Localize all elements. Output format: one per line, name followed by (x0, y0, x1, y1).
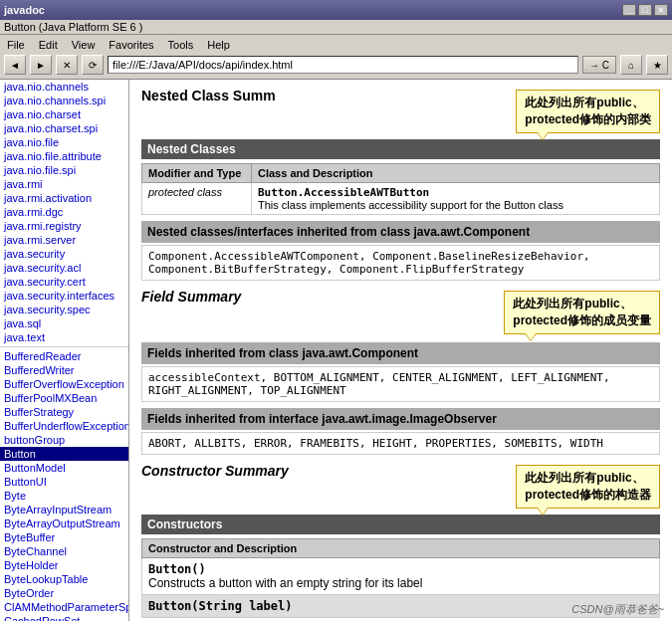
sidebar-item-security-cert[interactable]: java.security.cert (0, 275, 128, 289)
minimize-button[interactable]: _ (622, 4, 636, 16)
sidebar-divider (0, 346, 128, 347)
callout-nested: 此处列出所有public、 protected修饰的内部类 (516, 90, 660, 133)
sidebar-item-bufferoverflow[interactable]: BufferOverflowException (0, 377, 128, 391)
back-button[interactable]: ◄ (4, 55, 26, 75)
close-button[interactable]: × (654, 4, 668, 16)
sidebar-item-bufferunderflow[interactable]: BufferUnderflowException (0, 419, 128, 433)
sidebar-item-security-acl[interactable]: java.security.acl (0, 261, 128, 275)
constructor-row-1-name: Button() (148, 562, 653, 576)
bookmark-button[interactable]: ★ (646, 55, 668, 75)
sidebar-item-bufferstrategy[interactable]: BufferStrategy (0, 405, 128, 419)
sidebar-item-nio-charset-spi[interactable]: java.nio.charset.spi (0, 121, 128, 135)
callout-constructor-line1: 此处列出所有public、 (525, 470, 651, 487)
constructor-row-1: Button() Constructs a button with an emp… (141, 558, 660, 595)
stop-button[interactable]: ✕ (56, 55, 78, 75)
sidebar-item-bufferpoolmx[interactable]: BufferPoolMXBean (0, 391, 128, 405)
sidebar-item-byteorder[interactable]: ByteOrder (0, 586, 128, 600)
sidebar-item-security-if[interactable]: java.security.interfaces (0, 289, 128, 303)
callout-constructor-line2: protected修饰的构造器 (525, 487, 651, 504)
inherited-nested-title: Nested classes/interfaces inherited from… (141, 221, 660, 243)
constructor-summary-section: Constructor Summary 此处列出所有public、 protec… (141, 463, 660, 618)
content-area: Nested Class Summ 此处列出所有public、 protecte… (129, 80, 672, 621)
nested-row-1: protected class Button.AccessibleAWTButt… (141, 183, 660, 215)
sidebar-item-buttonui[interactable]: ButtonUI (0, 475, 128, 489)
field-summary-section: Field Summary 此处列出所有public、 protected修饰的… (141, 289, 660, 455)
sidebar-item-security-spec[interactable]: java.security.spec (0, 303, 128, 316)
sidebar-item-nio-file-attr[interactable]: java.nio.file.attribute (0, 149, 128, 163)
constructor-row-1-desc: Constructs a button with an empty string… (148, 576, 653, 590)
window-titlebar: javadoc _ □ × (0, 0, 672, 20)
callout-nested-line2: protected修饰的内部类 (525, 111, 651, 128)
fields-inherited2-title: Fields inherited from interface java.awt… (141, 408, 660, 430)
inherited-nested-content: Component.AccessibleAWTComponent, Compon… (141, 245, 660, 281)
sidebar-item-bufferedwriter[interactable]: BufferedWriter (0, 363, 128, 377)
nested-class-section: Nested Class Summ 此处列出所有public、 protecte… (141, 88, 660, 281)
callout-field-line1: 此处列出所有public、 (513, 296, 651, 312)
constructor-col-header: Constructor and Description (142, 539, 659, 557)
menu-view[interactable]: View (69, 38, 99, 52)
maximize-button[interactable]: □ (638, 4, 652, 16)
sidebar-item-button[interactable]: Button (0, 447, 128, 461)
menu-tools[interactable]: Tools (165, 38, 197, 52)
browser-subtitle: Button (Java Platform SE 6 ) (4, 21, 142, 33)
sidebar-item-rmi-registry[interactable]: java.rmi.registry (0, 219, 128, 233)
watermark: CSDN@雨恭爸爸~ (571, 602, 664, 617)
sidebar-item-rmi[interactable]: java.rmi (0, 177, 128, 191)
sidebar-item-bytearrayis[interactable]: ByteArrayInputStream (0, 503, 128, 517)
go-button[interactable]: → C (582, 56, 616, 74)
col-class-header: Class and Description (252, 164, 659, 182)
sidebar-item-rmi-server[interactable]: java.rmi.server (0, 233, 128, 247)
callout-nested-line1: 此处列出所有public、 (525, 95, 651, 111)
nested-table-header: Modifier and Type Class and Description (141, 163, 660, 183)
sidebar-item-bufferedreader[interactable]: BufferedReader (0, 349, 128, 363)
sidebar-item-bytearrayos[interactable]: ByteArrayOutputStream (0, 517, 128, 530)
field-summary-title: Field Summary (141, 289, 241, 305)
sidebar-item-nio-channels-spi[interactable]: java.nio.channels.spi (0, 94, 128, 107)
sidebar-item-byteholder[interactable]: ByteHolder (0, 558, 128, 572)
sidebar-item-clam[interactable]: ClAMMethodParameterSp... (0, 600, 128, 614)
sidebar-item-sql[interactable]: java.sql (0, 316, 128, 330)
callout-field-line2: protected修饰的成员变量 (513, 312, 651, 329)
fields-inherited-content: accessibleContext, BOTTOM_ALIGNMENT, CEN… (141, 366, 660, 402)
menu-help[interactable]: Help (204, 38, 233, 52)
sidebar-item-text[interactable]: java.text (0, 330, 128, 344)
nested-row-1-detail: This class implements accessibility supp… (258, 199, 653, 211)
refresh-button[interactable]: ⟳ (82, 55, 104, 75)
sidebar-item-nio-charset[interactable]: java.nio.charset (0, 107, 128, 121)
address-bar[interactable] (108, 56, 578, 74)
sidebar-item-buttongroup[interactable]: buttonGroup (0, 433, 128, 447)
constructor-table-header: Constructor and Description (141, 538, 660, 558)
menu-favorites[interactable]: Favorites (106, 38, 156, 52)
constructors-header: Constructors (141, 515, 660, 534)
col-modifier-header: Modifier and Type (142, 164, 252, 182)
nested-class-title: Nested Class Summ (141, 88, 276, 104)
sidebar-item-bytelookup[interactable]: ByteLookupTable (0, 572, 128, 586)
sidebar-item-byte[interactable]: Byte (0, 489, 128, 503)
sidebar: java.nio.channels java.nio.channels.spi … (0, 80, 129, 621)
sidebar-item-bytebuffer[interactable]: ByteBuffer (0, 530, 128, 544)
nested-row-1-modifier: protected class (142, 183, 252, 214)
window-controls: _ □ × (622, 4, 668, 16)
callout-constructor: 此处列出所有public、 protected修饰的构造器 (516, 465, 660, 509)
sidebar-item-rmi-activation[interactable]: java.rmi.activation (0, 191, 128, 205)
browser-subtitle-bar: Button (Java Platform SE 6 ) (0, 20, 672, 35)
menu-edit[interactable]: Edit (36, 38, 61, 52)
sidebar-item-bytechannel[interactable]: ByteChannel (0, 544, 128, 558)
sidebar-item-buttonmodel[interactable]: ButtonModel (0, 461, 128, 475)
menu-file[interactable]: File (4, 38, 28, 52)
home-button[interactable]: ⌂ (620, 55, 642, 75)
nested-row-1-classname: Button.AccessibleAWTButton (258, 186, 653, 199)
constructor-summary-title: Constructor Summary (141, 463, 289, 479)
forward-button[interactable]: ► (30, 55, 52, 75)
sidebar-item-security[interactable]: java.security (0, 247, 128, 261)
sidebar-item-cachedrowset[interactable]: CachedRowSet (0, 614, 128, 621)
callout-field: 此处列出所有public、 protected修饰的成员变量 (504, 291, 660, 334)
sidebar-item-nio-channels[interactable]: java.nio.channels (0, 80, 128, 94)
browser-navrow: ◄ ► ✕ ⟳ → C ⌂ ★ (4, 53, 668, 77)
sidebar-item-nio-file[interactable]: java.nio.file (0, 135, 128, 149)
sidebar-item-rmi-dgc[interactable]: java.rmi.dgc (0, 205, 128, 219)
fields-inherited2-content: ABORT, ALLBITS, ERROR, FRAMEBITS, HEIGHT… (141, 432, 660, 455)
browser-menubar: File Edit View Favorites Tools Help (4, 37, 668, 53)
nested-row-1-desc: Button.AccessibleAWTButton This class im… (252, 183, 659, 214)
sidebar-item-nio-file-spi[interactable]: java.nio.file.spi (0, 163, 128, 177)
